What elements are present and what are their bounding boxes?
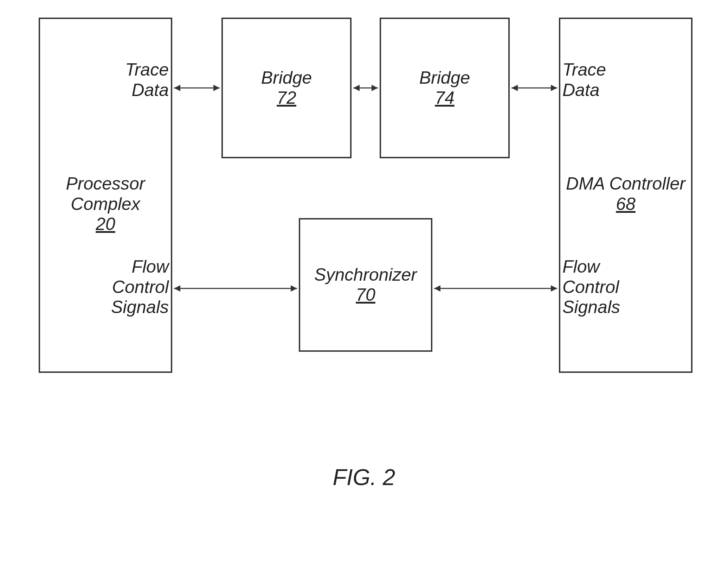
arrow-sync-dma [432,283,559,294]
arrow-processor-bridge72 [172,83,221,93]
block-label: Bridge [419,68,470,88]
block-ref: 74 [435,88,455,108]
block-ref: 72 [277,88,296,108]
label-text: Flow Control Signals [562,257,620,317]
block-bridge-72: Bridge 72 [221,18,352,158]
block-label: Processor Complex [40,174,171,214]
label-flow-control-right: Flow Control Signals [562,257,633,318]
label-text: Flow Control Signals [111,257,169,317]
arrow-bridge72-bridge74 [352,83,380,93]
block-label: DMA Controller [566,174,685,194]
block-ref: 68 [616,194,636,215]
block-ref: 20 [96,214,115,235]
arrow-bridge74-dma [510,83,559,93]
label-trace-data-right: Trace Data [562,60,622,100]
label-text: Trace Data [562,60,606,100]
label-text: Trace Data [125,60,169,100]
block-synchronizer: Synchronizer 70 [299,218,432,352]
block-label: Synchronizer [314,265,417,285]
figure-caption-text: FIG. 2 [333,465,395,490]
block-ref: 70 [356,285,375,305]
figure-caption: FIG. 2 [0,464,728,490]
label-trace-data-left: Trace Data [109,60,169,100]
diagram-canvas: Processor Complex 20 DMA Controller 68 B… [0,0,728,573]
block-bridge-74: Bridge 74 [380,18,510,158]
block-label: Bridge [261,68,312,88]
arrow-processor-sync [172,283,299,294]
label-flow-control-left: Flow Control Signals [98,257,169,318]
